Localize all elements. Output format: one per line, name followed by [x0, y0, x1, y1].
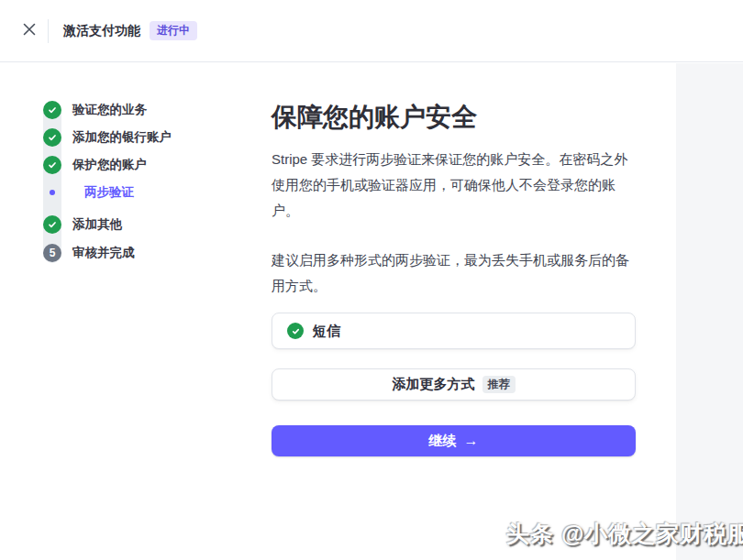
main-content: 保障您的账户安全 Stripe 要求进行两步验证来保证您的账户安全。在密码之外使…: [272, 103, 636, 456]
modal-header: 激活支付功能 进行中: [0, 0, 743, 62]
check-circle-icon: [43, 101, 61, 119]
step-label: 保护您的账户: [72, 157, 147, 173]
continue-label: 继续: [429, 433, 457, 450]
step-review-complete[interactable]: 5 审核并完成: [43, 244, 254, 262]
add-more-label: 添加更多方式: [393, 376, 475, 393]
step-add-other[interactable]: 添加其他: [43, 215, 254, 234]
step-label: 两步验证: [84, 184, 134, 201]
step-label: 审核并完成: [72, 245, 135, 261]
onboarding-stepper: 验证您的业务 添加您的银行账户 保护您的账户 两步验证 添加其他 5 审核并完成: [43, 101, 254, 262]
sms-method-card: 短信: [272, 313, 636, 349]
step-label: 验证您的业务: [72, 102, 147, 118]
description-paragraph: Stripe 要求进行两步验证来保证您的账户安全。在密码之外使用您的手机或验证器…: [272, 147, 636, 224]
page-title: 保障您的账户安全: [272, 103, 636, 132]
stepper-rail: [43, 101, 61, 263]
check-circle-icon: [287, 323, 304, 339]
step-label: 添加您的银行账户: [72, 129, 172, 146]
check-circle-icon: [43, 215, 61, 234]
step-add-bank-account[interactable]: 添加您的银行账户: [43, 128, 254, 147]
step-verify-business[interactable]: 验证您的业务: [43, 101, 254, 119]
header-divider: [48, 19, 49, 43]
add-more-methods-button[interactable]: 添加更多方式 推荐: [272, 368, 636, 401]
check-circle-icon: [43, 128, 61, 147]
continue-button[interactable]: 继续 →: [272, 425, 636, 456]
close-button[interactable]: [17, 18, 42, 44]
step-protect-account[interactable]: 保护您的账户: [43, 156, 254, 174]
substep-two-step-verification[interactable]: 两步验证: [43, 183, 254, 202]
status-badge: 进行中: [150, 21, 197, 40]
recommended-badge: 推荐: [482, 376, 516, 393]
check-circle-icon: [43, 156, 61, 174]
step-number-icon: 5: [43, 244, 61, 262]
sms-method-label: 短信: [313, 323, 340, 340]
flow-title: 激活支付功能: [63, 23, 140, 39]
arrow-right-icon: →: [464, 433, 479, 449]
current-step-dot-icon: [43, 183, 61, 202]
recommendation-paragraph: 建议启用多种形式的两步验证，最为丢失手机或服务后的备用方式。: [272, 247, 636, 299]
close-icon: [23, 23, 36, 38]
step-label: 添加其他: [72, 216, 122, 233]
right-side-panel: [676, 63, 743, 560]
